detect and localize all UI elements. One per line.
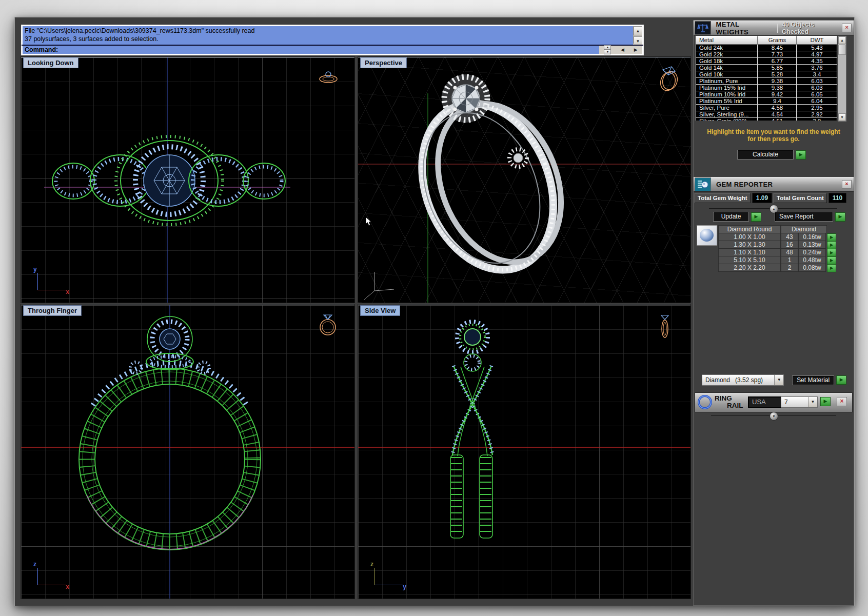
axis-v-label: z [33, 561, 36, 568]
column-header-grams[interactable]: Grams [758, 36, 797, 45]
ring-size-standard-field[interactable]: USA [748, 396, 782, 408]
spinner-down-icon: ▼ [604, 50, 611, 54]
gem-row: 1.30 X 1.30160.13tw▶ [718, 241, 838, 249]
history-forward-icon[interactable]: ▶ [634, 47, 638, 52]
viewport-label-looking-down[interactable]: Looking Down [23, 57, 78, 68]
calculate-button[interactable]: Calculate [737, 150, 794, 160]
total-gem-count-label: Total Gem Count [774, 193, 827, 203]
table-row[interactable]: Gold 14k5.853.76 [696, 65, 837, 71]
gem-totals-row: Total Gem Weight 1.09 Total Gem Count 11… [695, 193, 846, 203]
axis-h-label: y [403, 583, 406, 590]
ring-front-view-wireframe [21, 305, 354, 599]
viewport-through-finger[interactable]: Through Finger z x [21, 305, 354, 599]
column-header-dwt[interactable]: DWT [797, 36, 837, 45]
material-spg: (3.52 spg) [735, 376, 763, 384]
table-row[interactable]: Gold 10k5.283.4 [696, 71, 837, 78]
plugin-side-panel: METAL WEIGHTS 40 Objects Checked × Metal… [693, 20, 854, 606]
scroll-up-icon[interactable]: ▲ [634, 26, 642, 35]
ring-size-dropdown[interactable]: 7 ▼ [781, 396, 818, 408]
gem-buttons-row: Update ▶ Save Report ▶ [713, 212, 845, 222]
update-button[interactable]: Update [713, 212, 749, 222]
update-go-icon[interactable]: ▶ [751, 212, 761, 222]
scroll-up-icon[interactable]: ▲ [838, 36, 846, 44]
table-row[interactable]: Gold 18k6.774.35 [696, 58, 837, 65]
table-row[interactable]: Platinum 5% Irid9.46.04 [696, 98, 837, 105]
ring-orientation-icon [317, 311, 339, 338]
save-report-go-icon[interactable]: ▶ [835, 212, 845, 222]
command-history-line: 37 polysurfaces, 3 surfaces added to sel… [25, 35, 631, 43]
metal-weights-header: METAL WEIGHTS 40 Objects Checked × [694, 21, 854, 35]
column-header-metal[interactable]: Metal [696, 36, 758, 45]
ring-side-view-wireframe [358, 305, 691, 599]
chevron-down-icon[interactable]: ▼ [808, 397, 817, 407]
ring-rail-icon [697, 394, 713, 410]
viewport-looking-down[interactable]: Looking Down y x [21, 57, 354, 303]
header-separator [777, 24, 778, 33]
gem-select-icon[interactable]: ▶ [827, 249, 836, 257]
ring-rail-slider-handle[interactable]: ▼ [770, 412, 778, 421]
axis-indicator: z x [30, 563, 66, 591]
gem-row: 2.20 X 2.2020.08tw▶ [718, 264, 838, 272]
table-row[interactable]: Silver, Grain (999)4.512.9 [696, 118, 837, 121]
gem-type-header: Diamond [781, 225, 827, 233]
total-gem-count-value: 110 [828, 193, 846, 203]
viewport-label-side-view[interactable]: Side View [360, 305, 400, 316]
material-name: Diamond [705, 376, 730, 384]
axis-v-label: y [33, 266, 37, 273]
axis-indicator: z y [367, 563, 403, 591]
total-gem-weight-label: Total Gem Weight [695, 193, 751, 203]
gem-size-header: Diamond Round [718, 225, 781, 233]
metal-weights-scrollbar[interactable]: ▲ ▼ [838, 36, 846, 122]
gem-select-icon[interactable]: ▶ [827, 241, 836, 249]
gem-select-icon[interactable]: ▶ [827, 256, 836, 265]
mouse-cursor [365, 216, 372, 227]
objects-checked-status: 40 Objects Checked [782, 21, 842, 35]
command-history: File "C:\Users\jelena.pecic\Downloads\30… [23, 26, 633, 45]
set-material-go-icon[interactable]: ▶ [836, 375, 846, 385]
ring-rail-go-icon[interactable]: ▶ [820, 397, 831, 406]
table-row[interactable]: Platinum, Pure9.386.03 [696, 78, 837, 85]
viewport-perspective[interactable]: Perspective [358, 57, 691, 303]
viewport-label-perspective[interactable]: Perspective [360, 57, 407, 68]
axis-v-label: z [370, 561, 373, 568]
chevron-down-icon[interactable]: ▼ [774, 375, 783, 385]
table-row[interactable]: Gold 22k7.734.97 [696, 51, 837, 58]
app-window: File "C:\Users\jelena.pecic\Downloads\30… [14, 17, 855, 606]
table-row[interactable]: Silver, Sterling (9...4.542.92 [696, 111, 837, 118]
metal-weights-table: Metal Grams DWT Gold 24k8.455.43 Gold 22… [696, 36, 837, 121]
axis-h-label: x [66, 288, 69, 295]
scrollbar-thumb[interactable] [838, 45, 846, 55]
gem-reporter-icon [695, 177, 711, 191]
history-back-icon[interactable]: ◀ [621, 47, 624, 52]
gem-select-icon[interactable]: ▶ [827, 264, 836, 272]
calculate-row: Calculate ▶ [737, 150, 806, 160]
set-material-button[interactable]: Set Material [792, 375, 834, 385]
table-row[interactable]: Gold 24k8.455.43 [696, 45, 837, 51]
viewport-side-view[interactable]: Side View z y [358, 305, 691, 599]
close-icon[interactable]: × [837, 397, 847, 406]
table-row[interactable]: Platinum 15% Irid9.386.03 [696, 85, 837, 91]
metal-weights-hint: Highlight the item you want to find the … [704, 128, 843, 143]
close-icon[interactable]: × [842, 24, 852, 32]
ring-size-value: 7 [781, 397, 808, 407]
metal-weights-title: METAL WEIGHTS [716, 21, 773, 36]
total-gem-weight-value: 1.09 [752, 193, 772, 203]
ring-orientation-icon [317, 69, 340, 86]
viewport-label-through-finger[interactable]: Through Finger [23, 305, 82, 316]
command-input[interactable]: Command: [23, 46, 599, 54]
material-dropdown[interactable]: Diamond (3.52 spg) ▼ [702, 374, 784, 386]
table-row[interactable]: Platinum 10% Irid9.426.05 [696, 91, 837, 98]
close-icon[interactable]: × [842, 180, 852, 189]
command-history-scrollbar[interactable]: ▲ ▼ [633, 26, 642, 44]
ring-orientation-icon [654, 311, 676, 340]
command-spinner[interactable]: ▲▼ [604, 45, 611, 54]
scroll-down-icon[interactable]: ▼ [838, 113, 846, 121]
ring-top-view-wireframe [21, 57, 354, 303]
gem-row: 1.10 X 1.10480.24tw▶ [718, 249, 838, 256]
calculate-go-icon[interactable]: ▶ [796, 150, 806, 160]
command-controls: ▲▼ ◀ ▶ [599, 46, 642, 54]
gem-select-icon[interactable]: ▶ [827, 233, 836, 242]
save-report-button[interactable]: Save Report [775, 212, 833, 222]
ring-rail-title-top: RING [715, 394, 732, 402]
table-row[interactable]: Silver, Pure4.582.95 [696, 105, 837, 111]
